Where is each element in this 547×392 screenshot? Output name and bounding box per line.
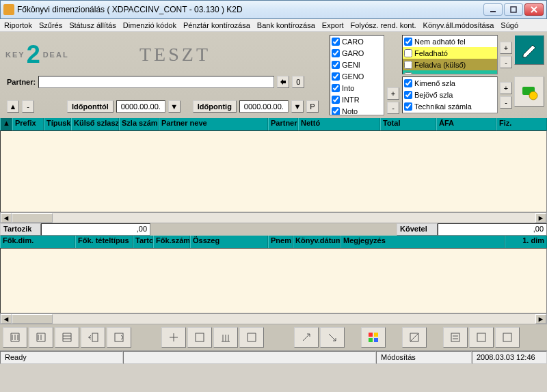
col-kulso[interactable]: Külső szlasz — [71, 118, 119, 130]
minimize-button[interactable] — [483, 3, 503, 16]
ck-technikai[interactable] — [404, 102, 412, 111]
col-fiz[interactable]: Fiz. — [496, 118, 547, 130]
date-from-input[interactable] — [116, 100, 165, 113]
scroll-left-icon[interactable]: ◄ — [1, 213, 12, 223]
grid1-body[interactable] — [0, 130, 547, 212]
invtype-minus-button[interactable]: - — [500, 96, 512, 109]
col-netto[interactable]: Nettó — [298, 118, 380, 130]
scroll2-left-icon[interactable]: ◄ — [1, 314, 12, 324]
checklist-status[interactable]: Nem adható fel Feladható Feladva (külső)… — [402, 35, 498, 74]
status-plus-button[interactable]: + — [500, 42, 512, 54]
ck-geno[interactable] — [332, 72, 340, 81]
col2-tarto[interactable]: Tarto — [133, 236, 153, 248]
grid2-hscroll[interactable]: ◄ ► — [0, 313, 547, 324]
col-tipusko[interactable]: Típusko — [44, 118, 71, 130]
p-button[interactable]: P — [306, 100, 319, 113]
grid1-sort-icon[interactable]: ▲ — [0, 118, 12, 130]
date-from-picker[interactable]: ▼ — [168, 100, 181, 113]
status-ready: Ready — [0, 351, 123, 364]
checklist-invoice-type[interactable]: Kimenő szla Bejövő szla Technikai számla — [402, 76, 498, 113]
date-to-input[interactable] — [239, 100, 289, 113]
menu-bank[interactable]: Bank kontírozása — [257, 21, 315, 29]
menu-statusz[interactable]: Státusz állítás — [69, 21, 116, 29]
col2-osszeg[interactable]: Összeg — [190, 236, 268, 248]
menu-dimenzio[interactable]: Dimenzió kódok — [123, 21, 176, 29]
tb-btn-1[interactable] — [3, 327, 27, 348]
maximize-button[interactable] — [504, 3, 523, 16]
tb-btn-3[interactable] — [55, 327, 79, 348]
credit-value: ,00 — [438, 223, 547, 236]
tb-btn-6[interactable] — [161, 327, 186, 348]
grid1-hscroll[interactable]: ◄ ► — [0, 212, 547, 223]
ck-nemadhato[interactable] — [404, 38, 412, 46]
menu-penztar[interactable]: Pénztár kontírozása — [183, 21, 250, 29]
tb-btn-15[interactable] — [495, 327, 520, 348]
menu-konyvall[interactable]: Könyv.áll.módosítása — [423, 21, 494, 29]
tb-btn-4[interactable] — [81, 327, 105, 348]
minus-button-left[interactable]: - — [22, 100, 34, 113]
scroll2-thumb[interactable] — [12, 314, 53, 324]
tb-btn-2[interactable] — [29, 327, 53, 348]
tb-btn-9[interactable] — [239, 327, 264, 348]
scroll-right-icon[interactable]: ► — [535, 213, 546, 223]
ck-kimeno[interactable] — [404, 79, 412, 87]
ck-geni[interactable] — [332, 61, 340, 69]
col-prefix[interactable]: Prefix — [12, 118, 44, 130]
menu-export[interactable]: Export — [322, 21, 344, 29]
ck-bejovo[interactable] — [404, 91, 412, 99]
ck-intr[interactable] — [332, 96, 340, 104]
scroll-thumb[interactable] — [12, 213, 53, 223]
col2-1dim[interactable]: 1. dim — [505, 236, 547, 248]
ck-garo[interactable] — [332, 49, 340, 57]
ck-feladasra[interactable] — [404, 72, 412, 75]
main-area: KEY2DEAL TESZT Partner: 0 ▲ - Időponttól… — [0, 32, 547, 350]
scroll2-right-icon[interactable]: ► — [535, 314, 546, 324]
ck-into-label: Into — [342, 84, 354, 92]
col-partnerneve[interactable]: Partner neve — [159, 118, 268, 130]
date-to-picker[interactable]: ▼ — [291, 100, 304, 113]
partner-input[interactable] — [38, 76, 274, 88]
grid2-body[interactable] — [0, 248, 547, 313]
tb-btn-12[interactable] — [402, 327, 427, 348]
person-icon-button[interactable]: ▲ — [7, 100, 19, 113]
col2-foktetel[interactable]: Fők. tételtípus — [75, 236, 133, 248]
edit-big-button[interactable] — [514, 35, 544, 65]
tb-btn-8[interactable] — [213, 327, 238, 348]
close-button[interactable] — [524, 3, 544, 16]
tb-btn-colors[interactable] — [361, 327, 386, 348]
menu-riportok[interactable]: Riportok — [4, 21, 32, 29]
menu-sugo[interactable]: Súgó — [501, 21, 518, 29]
partner-dropdown-button[interactable] — [277, 76, 289, 88]
ck-feladva[interactable] — [404, 61, 412, 69]
col-szlaszam[interactable]: Szla szám — [119, 118, 159, 130]
tb-btn-11[interactable] — [320, 327, 345, 348]
col2-konyvdatum[interactable]: Könyv.dátum — [293, 236, 341, 248]
tb-btn-7[interactable] — [187, 327, 212, 348]
tb-btn-5[interactable] — [107, 327, 131, 348]
col2-fokdim[interactable]: Fők.dim. — [0, 236, 75, 248]
codes-plus-button[interactable]: + — [387, 87, 399, 100]
status-minus-button[interactable]: - — [500, 56, 512, 68]
statusbar: Ready Módosítás 2008.03.03 12:46 — [0, 350, 547, 364]
tb-btn-10[interactable] — [294, 327, 319, 348]
tb-btn-13[interactable] — [443, 327, 468, 348]
col2-megjegyzes[interactable]: Megjegyzés — [341, 236, 505, 248]
ck-into[interactable] — [332, 84, 340, 92]
checklist-codes[interactable]: CARO GARO GENI GENO Into INTR Noto — [330, 35, 384, 115]
menu-szures[interactable]: Szűrés — [39, 21, 62, 29]
window-buttons — [483, 3, 544, 16]
invtype-plus-button[interactable]: + — [500, 82, 512, 94]
codes-minus-button[interactable]: - — [387, 102, 399, 114]
partner-zero-button[interactable]: 0 — [292, 76, 304, 88]
col-total[interactable]: Total — [380, 118, 436, 130]
money-big-button[interactable] — [514, 76, 544, 107]
col2-pnem[interactable]: Pnem — [268, 236, 293, 248]
ck-noto[interactable] — [332, 107, 340, 115]
col-afa[interactable]: ÁFA — [436, 118, 496, 130]
tb-btn-14[interactable] — [469, 327, 494, 348]
col2-fokszam[interactable]: Fők.szám — [153, 236, 190, 248]
ck-feladhato[interactable] — [404, 49, 412, 57]
ck-caro[interactable] — [332, 38, 340, 46]
menu-folyosz[interactable]: Folyósz. rend. kont. — [351, 21, 416, 29]
col-partner[interactable]: Partner — [268, 118, 298, 130]
